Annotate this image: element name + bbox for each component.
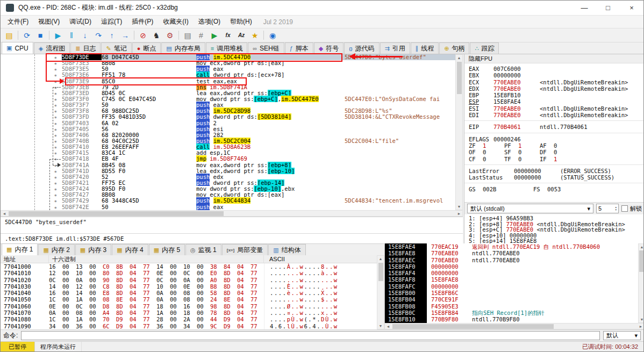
- stack-row[interactable]: 15E8FAFC00000000: [385, 283, 638, 290]
- breakpoint-dot-icon[interactable]: ●: [54, 67, 56, 71]
- unlock-checkbox[interactable]: [621, 205, 628, 212]
- register-row[interactable]: EDX770EABE0<ntdll.DbgUiRemoteBreakin>: [469, 85, 644, 92]
- breakpoint-dot-icon[interactable]: ●: [54, 139, 56, 143]
- maximize-button[interactable]: □: [596, 1, 620, 15]
- step-over-icon[interactable]: ↷: [92, 30, 105, 41]
- patches-icon[interactable]: #: [195, 30, 207, 41]
- breakpoint-dot-icon[interactable]: ●: [54, 91, 56, 95]
- tab-call-stack[interactable]: ≡调用堆栈: [206, 42, 247, 54]
- tab-struct[interactable]: ▥结构体: [268, 244, 305, 255]
- breakpoint-gutter[interactable]: ●: [1, 66, 62, 72]
- tab-dump-2[interactable]: ▦内存 2: [38, 244, 74, 255]
- stepper-down-icon[interactable]: ▾: [615, 209, 617, 211]
- tab-threads[interactable]: ∥线程: [411, 42, 439, 54]
- breakpoint-dot-icon[interactable]: ●: [54, 151, 56, 155]
- run-icon[interactable]: ▶: [52, 30, 65, 41]
- tab-breakpoints[interactable]: ●断点: [132, 42, 161, 54]
- register-row[interactable]: EFLAGS00000246: [469, 136, 644, 142]
- scroll-left-icon[interactable]: ◄: [1, 211, 8, 217]
- scroll-left-icon[interactable]: ◄: [385, 324, 391, 329]
- tab-source[interactable]: {}源代码: [344, 42, 379, 54]
- breakpoint-gutter[interactable]: ●: [1, 180, 62, 186]
- menu-item[interactable]: 插件(P): [127, 16, 158, 28]
- tab-notes[interactable]: ✎笔记: [101, 42, 131, 54]
- tab-memory-map[interactable]: ▤内存布局: [161, 42, 205, 54]
- stack-row[interactable]: 15E8FAE8770EABE0ntdll.770EABE0: [385, 250, 638, 256]
- breakpoint-dot-icon[interactable]: ●: [54, 175, 56, 179]
- register-row[interactable]: EBP15E8FB10: [469, 92, 644, 98]
- tab-locals[interactable]: [x=]局部变量: [222, 244, 268, 255]
- log-window-icon[interactable]: ▤: [181, 30, 194, 41]
- flag-if[interactable]: IF1: [540, 156, 575, 162]
- tab-script[interactable]: ƒ脚本: [285, 42, 313, 54]
- breakpoint-dot-icon[interactable]: ●: [54, 61, 56, 65]
- restart-icon[interactable]: ⟳: [20, 30, 33, 41]
- arguments-pane[interactable]: 1: [esp+4] 96A59BB32: [esp+8] 770EABE0 <…: [464, 214, 644, 243]
- dump-row[interactable]: 770410801C001A0070D9047728002A0044D90477…: [1, 316, 377, 322]
- scroll-up-icon[interactable]: ▲: [456, 55, 462, 61]
- scrollbar-thumb[interactable]: [457, 62, 462, 94]
- stack-row[interactable]: 15E8FAEC770EABE0ntdll.770EABE0: [385, 257, 638, 263]
- tab-dump-3[interactable]: ▦内存 3: [75, 244, 111, 255]
- step-out-icon[interactable]: ↑: [105, 30, 118, 41]
- hide-fpu-button[interactable]: 隐藏FPU: [464, 54, 644, 63]
- breakpoint-dot-icon[interactable]: ●: [54, 80, 56, 83]
- stack-row[interactable]: 15E8FB0015E8FB6C: [385, 290, 638, 296]
- pause-icon[interactable]: ‖: [65, 30, 78, 41]
- dump-row[interactable]: 7704100016001300C08B04771400100038840477…: [1, 263, 377, 270]
- flag-cf[interactable]: CF0: [469, 156, 504, 162]
- register-row[interactable]: EAX007C6000: [469, 66, 644, 72]
- stack-horizontal-scrollbar[interactable]: ◄ ►: [384, 323, 644, 329]
- breakpoint-dot-icon[interactable]: ●: [54, 181, 56, 185]
- breakpoint-dot-icon[interactable]: ●: [54, 187, 56, 191]
- menu-item[interactable]: 选项(O): [194, 16, 225, 28]
- breakpoint-dot-icon[interactable]: ●: [54, 145, 56, 149]
- scrollbar-thumb[interactable]: [639, 250, 644, 272]
- stack-row[interactable]: 15E8FAF400000000: [385, 270, 638, 276]
- disasm-vertical-scrollbar[interactable]: ▲ ▼: [455, 54, 463, 210]
- breakpoint-gutter[interactable]: ●: [1, 168, 62, 174]
- memory-dump-pane[interactable]: 7704100016001300C08B04771400100038840477…: [1, 263, 377, 329]
- favorites-icon[interactable]: ★: [248, 30, 261, 41]
- dump-row[interactable]: 7704104016001400E88D04770A000800588D0477…: [1, 290, 377, 296]
- flag-of[interactable]: OF0: [469, 149, 504, 155]
- flag-tf[interactable]: TF0: [504, 156, 540, 162]
- register-row[interactable]: EIP770B4061ntdll.770B4061: [469, 124, 644, 130]
- flag-af[interactable]: AF0: [540, 142, 575, 149]
- breakpoint-dot-icon[interactable]: ●: [54, 199, 56, 203]
- breakpoint-gutter[interactable]: ●: [1, 60, 62, 66]
- dump-row[interactable]: 77041090340036006CD90477360034009CD90477…: [1, 323, 377, 329]
- menu-item[interactable]: 帮助(H): [225, 16, 257, 28]
- disasm-row[interactable]: ●5D8F742968 3448C45Dpush im.5DC448345DC4…: [1, 198, 463, 204]
- register-row[interactable]: EDI770EABE0<ntdll.DbgUiRemoteBreakin>: [469, 112, 644, 118]
- stack-row[interactable]: 15E8FB04770CE91F: [385, 296, 638, 303]
- flag-zf[interactable]: ZF1: [469, 142, 504, 149]
- stack-vertical-scrollbar[interactable]: ▲ ▼: [638, 243, 644, 323]
- breakpoint-dot-icon[interactable]: ●: [54, 55, 56, 59]
- tab-seh[interactable]: ∞SEH链: [248, 42, 284, 54]
- argument-row[interactable]: 5: [esp+14] 15E8FAE8: [469, 238, 644, 243]
- stepper-arrows[interactable]: ▴ ▾: [615, 206, 617, 211]
- unlock-checkbox-group[interactable]: 解锁: [621, 205, 642, 213]
- tab-cpu[interactable]: ▣CPU: [2, 42, 33, 54]
- flag-pf[interactable]: PF1: [504, 142, 540, 149]
- command-profile-select[interactable]: 默认 ▾: [603, 331, 641, 340]
- breakpoint-dot-icon[interactable]: ●: [54, 193, 56, 197]
- tab-dump-1[interactable]: ▦内存 1: [2, 243, 38, 255]
- flag-df[interactable]: DF0: [540, 149, 575, 155]
- register-row[interactable]: LastStatus00000000(STATUS_SUCCESS): [469, 174, 644, 181]
- menu-item[interactable]: 视图(V): [33, 16, 65, 28]
- dump-vertical-scrollbar[interactable]: ▲ ▼: [377, 255, 384, 329]
- animate-icon[interactable]: ♞: [150, 30, 163, 41]
- tab-graph[interactable]: ◈流程图: [34, 42, 70, 54]
- compile-icon[interactable]: ▶: [208, 30, 221, 41]
- tab-log[interactable]: ≣日志: [70, 42, 101, 54]
- menu-item[interactable]: 文件(F): [3, 16, 33, 28]
- disassembly-pane[interactable]: ●5D8F73DE68 D047C45Dpush im.5DC447D05DC4…: [1, 54, 463, 210]
- breakpoint-dot-icon[interactable]: ●: [54, 127, 56, 131]
- tab-symbols[interactable]: ◆符号: [314, 42, 344, 54]
- scroll-right-icon[interactable]: ►: [638, 324, 644, 329]
- stack-row[interactable]: 15E8FAF815E8FAE8: [385, 276, 638, 283]
- dump-row[interactable]: 770410600E000C00D88D047718001600988D0477…: [1, 303, 377, 310]
- argument-depth-stepper[interactable]: 5 ▴ ▾: [596, 204, 619, 213]
